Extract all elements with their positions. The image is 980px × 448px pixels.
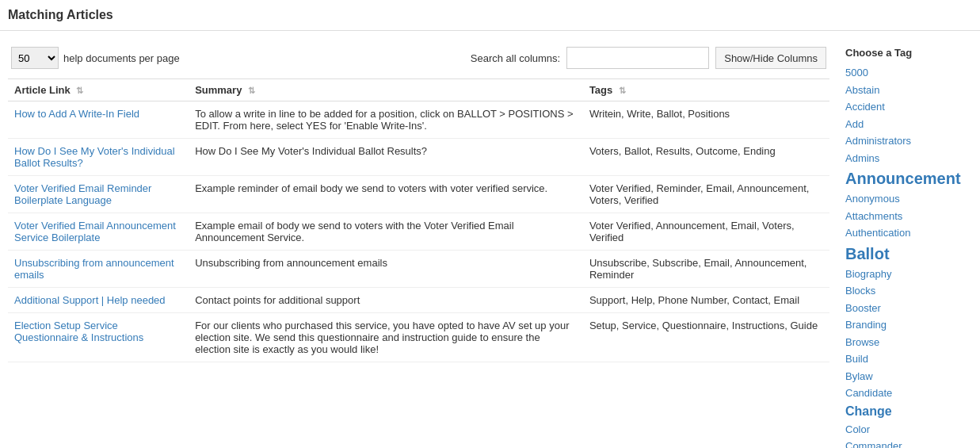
search-label: Search all columns: [471,52,560,64]
table-row: Election Setup Service Questionnaire & I… [8,313,829,362]
tag-item[interactable]: Attachments [845,209,972,224]
col-header-article[interactable]: Article Link ⇅ [8,79,189,101]
col-header-summary[interactable]: Summary ⇅ [189,79,583,101]
article-link[interactable]: How to Add A Write-In Field [14,108,139,120]
tag-list: 5000AbstainAccidentAddAdministratorsAdmi… [845,65,972,448]
tag-item[interactable]: Authentication [845,225,972,241]
tag-item[interactable]: Ballot [845,243,972,265]
tag-item[interactable]: 5000 [845,65,972,81]
tag-item[interactable]: Administrators [845,133,972,149]
per-page-group: 10 25 50 100 help documents per page [11,47,180,69]
summary-cell: Contact points for additional support [189,288,583,313]
controls-bar: 10 25 50 100 help documents per page Sea… [8,47,829,69]
article-link[interactable]: Election Setup Service Questionnaire & I… [14,320,143,343]
article-link[interactable]: Additional Support | Help needed [14,294,166,306]
tag-item[interactable]: Add [845,117,972,132]
tag-item[interactable]: Accident [845,99,972,115]
tag-item[interactable]: Commander [845,438,972,448]
summary-cell: Example reminder of email body we send t… [189,176,583,213]
tag-item[interactable]: Color [845,422,972,438]
sidebar-title: Choose a Tag [845,47,972,59]
table-row: How Do I See My Voter's Individual Ballo… [8,139,829,176]
articles-table: Article Link ⇅ Summary ⇅ Tags ⇅ How to A… [8,78,829,362]
per-page-label: help documents per page [63,52,180,64]
summary-cell: Unsubscribing from announcement emails [189,251,583,288]
table-header-row: Article Link ⇅ Summary ⇅ Tags ⇅ [8,79,829,101]
search-input[interactable] [566,47,709,69]
tags-cell: Writein, Write, Ballot, Positions [583,101,829,139]
tags-cell: Voter Verified, Announcement, Email, Vot… [583,213,829,251]
table-row: Additional Support | Help neededContact … [8,288,829,313]
col-header-tags[interactable]: Tags ⇅ [583,79,829,101]
tag-item[interactable]: Blocks [845,283,972,299]
per-page-select[interactable]: 10 25 50 100 [11,47,59,69]
summary-cell: To allow a write in line to be added for… [189,101,583,139]
article-link[interactable]: Voter Verified Email Reminder Boilerplat… [14,182,151,206]
sort-icon-summary: ⇅ [248,86,255,95]
summary-cell: For our clients who purchased this servi… [189,313,583,362]
tag-item[interactable]: Change [845,403,972,420]
tags-cell: Support, Help, Phone Number, Contact, Em… [583,288,829,313]
table-row: Unsubscribing from announcement emailsUn… [8,251,829,288]
tag-item[interactable]: Anonymous [845,191,972,207]
tag-item[interactable]: Candidate [845,385,972,401]
sort-icon-article: ⇅ [76,86,83,95]
table-row: How to Add A Write-In FieldTo allow a wr… [8,101,829,139]
search-group: Search all columns: Show/Hide Columns [471,47,826,69]
table-row: Voter Verified Email Reminder Boilerplat… [8,176,829,213]
tags-cell: Voters, Ballot, Results, Outcome, Ending [583,139,829,176]
show-hide-columns-button[interactable]: Show/Hide Columns [715,47,826,69]
tags-cell: Voter Verified, Reminder, Email, Announc… [583,176,829,213]
tags-cell: Setup, Service, Questionnaire, Instructi… [583,313,829,362]
tag-item[interactable]: Browse [845,335,972,350]
tag-item[interactable]: Admins [845,151,972,167]
summary-cell: Example email of body we send to voters … [189,213,583,251]
tag-item[interactable]: Biography [845,266,972,282]
tag-item[interactable]: Branding [845,317,972,333]
tag-item[interactable]: Bylaw [845,369,972,385]
sidebar: Choose a Tag 5000AbstainAccidentAddAdmin… [837,47,980,448]
page-title: Matching Articles [0,0,980,31]
tag-item[interactable]: Announcement [845,167,972,190]
main-content: 10 25 50 100 help documents per page Sea… [0,47,837,448]
table-row: Voter Verified Email Announcement Servic… [8,213,829,251]
article-link[interactable]: Voter Verified Email Announcement Servic… [14,220,176,243]
tag-item[interactable]: Abstain [845,82,972,98]
tag-item[interactable]: Booster [845,301,972,316]
article-link[interactable]: How Do I See My Voter's Individual Ballo… [14,145,175,169]
article-link[interactable]: Unsubscribing from announcement emails [14,257,174,281]
summary-cell: How Do I See My Voter's Individual Ballo… [189,139,583,176]
sort-icon-tags: ⇅ [619,86,626,95]
tag-item[interactable]: Build [845,351,972,367]
tags-cell: Unsubscribe, Subscribe, Email, Announcem… [583,251,829,288]
